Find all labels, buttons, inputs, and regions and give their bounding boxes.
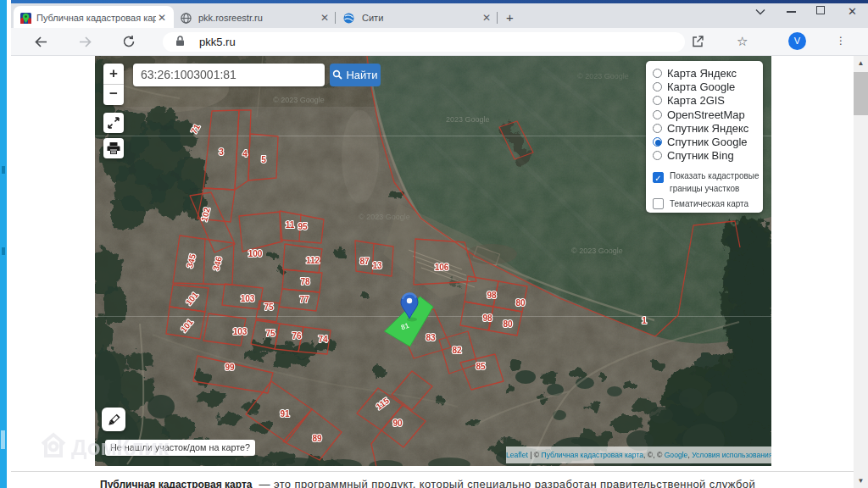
svg-text:5: 5 bbox=[261, 155, 266, 164]
svg-text:95: 95 bbox=[298, 222, 308, 231]
svg-text:83: 83 bbox=[426, 333, 436, 342]
svg-text:© 2023 Google: © 2023 Google bbox=[571, 247, 623, 255]
svg-text:91: 91 bbox=[280, 409, 290, 419]
svg-text:78: 78 bbox=[300, 277, 310, 286]
svg-text:112: 112 bbox=[306, 256, 320, 265]
svg-text:87: 87 bbox=[359, 257, 370, 266]
svg-text:13: 13 bbox=[372, 261, 382, 270]
svg-text:103: 103 bbox=[233, 327, 248, 336]
svg-text:© 2023 Google: © 2023 Google bbox=[273, 96, 325, 104]
svg-text:106: 106 bbox=[435, 263, 449, 272]
svg-text:11: 11 bbox=[286, 220, 295, 230]
svg-text:99: 99 bbox=[225, 363, 235, 372]
svg-text:74: 74 bbox=[318, 335, 328, 344]
svg-text:100: 100 bbox=[248, 249, 263, 258]
svg-text:4: 4 bbox=[242, 149, 248, 158]
svg-text:77: 77 bbox=[299, 295, 309, 304]
svg-text:103: 103 bbox=[241, 294, 255, 303]
svg-text:98: 98 bbox=[482, 313, 492, 323]
svg-text:75: 75 bbox=[264, 302, 274, 312]
svg-text:75: 75 bbox=[265, 329, 275, 338]
svg-text:2023 Google: 2023 Google bbox=[446, 115, 490, 124]
svg-text:© 2023 Google: © 2023 Google bbox=[577, 72, 629, 80]
svg-text:80: 80 bbox=[503, 319, 513, 329]
svg-text:89: 89 bbox=[312, 434, 322, 443]
svg-text:85: 85 bbox=[476, 362, 486, 371]
svg-text:1: 1 bbox=[642, 316, 647, 325]
svg-text:3: 3 bbox=[219, 147, 224, 157]
svg-text:80: 80 bbox=[515, 298, 526, 308]
svg-text:© 2023 Google: © 2023 Google bbox=[359, 213, 410, 221]
svg-text:76: 76 bbox=[292, 331, 302, 341]
svg-text:90: 90 bbox=[392, 419, 403, 428]
svg-text:98: 98 bbox=[487, 291, 497, 300]
svg-text:82: 82 bbox=[452, 346, 462, 355]
svg-text:ДомКлик: ДомКлик bbox=[71, 435, 170, 460]
